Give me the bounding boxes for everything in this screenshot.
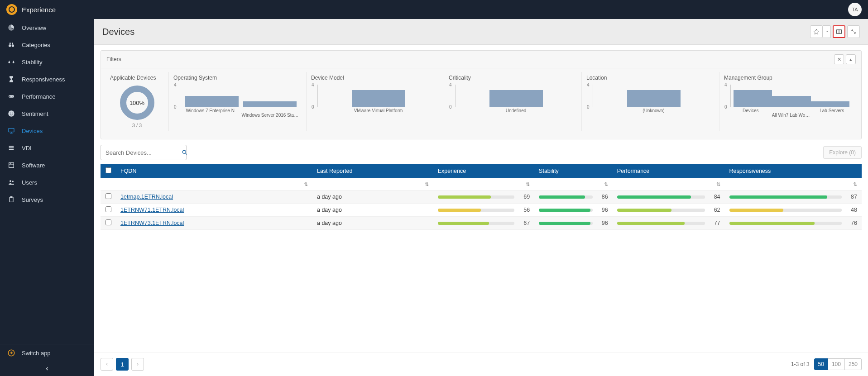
svg-rect-9 [9, 129, 14, 132]
bar-label: Devices [730, 108, 771, 119]
donut-sub: 3 / 3 [132, 123, 142, 128]
svg-line-26 [186, 153, 187, 155]
search-box[interactable] [101, 145, 187, 160]
bar-label: Windows 7 Enterprise N [180, 108, 241, 119]
sidebar-item-vdi[interactable]: VDI [0, 139, 94, 157]
bar[interactable] [772, 96, 810, 107]
column-header[interactable]: Last Reported [312, 164, 433, 178]
sidebar-item-surveys[interactable]: Surveys [0, 191, 94, 208]
main: Devices [94, 19, 868, 376]
select-all-checkbox[interactable] [106, 167, 111, 173]
fqdn-link[interactable]: 1etrnap.1ETRN.local [120, 194, 173, 200]
smile-icon [7, 109, 15, 118]
bar[interactable] [185, 96, 239, 107]
sidebar-item-stability[interactable]: Stability [0, 53, 94, 71]
sidebar-item-devices[interactable]: Devices [0, 122, 94, 139]
sidebar: OverviewCategoriesStabilityResponsivenes… [0, 19, 94, 376]
sort-icon[interactable]: ⇅ [853, 181, 857, 187]
bar[interactable] [489, 90, 543, 107]
sort-cell[interactable]: ⇅ [725, 178, 862, 190]
svg-point-7 [10, 113, 11, 114]
sort-icon[interactable]: ⇅ [304, 181, 308, 187]
filter-card-title: Management Group [724, 75, 852, 81]
filter-card[interactable]: Criticality 4 0 Undefined [444, 72, 582, 131]
binoculars-icon [7, 41, 15, 49]
row-checkbox[interactable] [106, 206, 111, 212]
sidebar-item-users[interactable]: Users [0, 174, 94, 191]
pager-next[interactable] [131, 358, 144, 371]
sidebar-collapse[interactable] [0, 362, 94, 376]
bar-label: Lab Servers [811, 108, 852, 119]
bar-label: Undefined [455, 108, 577, 119]
row-checkbox[interactable] [106, 219, 111, 225]
sort-cell[interactable]: ⇅ [312, 178, 433, 190]
topbar: Experience TA [0, 0, 868, 19]
sort-icon[interactable]: ⇅ [526, 181, 530, 187]
sort-icon[interactable]: ⇅ [604, 181, 608, 187]
svg-rect-12 [9, 146, 14, 147]
bar[interactable] [734, 90, 772, 107]
sidebar-item-categories[interactable]: Categories [0, 36, 94, 53]
page-size-250[interactable]: 250 [845, 358, 862, 370]
sidebar-item-sentiment[interactable]: Sentiment [0, 105, 94, 122]
sort-cell[interactable]: ⇅ [613, 178, 725, 190]
filter-card[interactable]: Operating System 4 0 Windows 7 Enterpris… [169, 72, 307, 131]
page-size-100[interactable]: 100 [828, 358, 845, 370]
app-title: Experience [22, 6, 56, 14]
search-input[interactable] [106, 149, 182, 156]
column-header[interactable]: Responsiveness [725, 164, 862, 178]
svg-point-1 [12, 44, 14, 47]
gamepad-icon [7, 92, 15, 100]
sort-cell[interactable]: ⇅ [534, 178, 613, 190]
column-header[interactable]: FQDN [116, 164, 312, 178]
bar[interactable] [811, 101, 849, 107]
sidebar-item-label: Categories [22, 42, 50, 48]
filter-card[interactable]: Management Group 4 0 DevicesAll Win7 Lab… [719, 72, 857, 131]
switch-app[interactable]: Switch app [0, 344, 94, 362]
columns-button[interactable] [833, 25, 845, 38]
search-icon[interactable] [182, 149, 188, 156]
column-header[interactable]: Experience [433, 164, 534, 178]
fullscreen-button[interactable] [847, 25, 860, 38]
column-header[interactable]: Performance [613, 164, 725, 178]
explore-button[interactable]: Explore (0) [823, 146, 862, 159]
sidebar-item-overview[interactable]: Overview [0, 19, 94, 36]
filters-collapse[interactable]: ▴ [846, 54, 856, 64]
filter-card[interactable]: Device Model 4 0 VMware Virtual Platform [307, 72, 444, 131]
sort-icon[interactable]: ⇅ [716, 181, 720, 187]
fqdn-link[interactable]: 1ETRNW71.1ETRN.local [120, 207, 184, 213]
bar[interactable] [243, 101, 297, 107]
bar[interactable] [352, 90, 405, 107]
fqdn-link[interactable]: 1ETRNW73.1ETRN.local [120, 220, 184, 226]
user-avatar[interactable]: TA [848, 3, 862, 16]
sort-icon[interactable]: ⇅ [425, 181, 429, 187]
sort-cell[interactable]: ⇅ [433, 178, 534, 190]
page-title: Devices [102, 27, 134, 37]
sidebar-item-performance[interactable]: Performance [0, 88, 94, 105]
favorite-dropdown[interactable] [823, 25, 831, 38]
favorite-button[interactable] [810, 25, 823, 38]
row-checkbox[interactable] [106, 193, 111, 199]
filter-applicable-devices[interactable]: Applicable Devices 100% 3 / 3 [106, 72, 169, 131]
sidebar-item-software[interactable]: Software [0, 157, 94, 174]
svg-rect-15 [9, 163, 14, 168]
sidebar-item-label: Overview [22, 24, 46, 31]
table-row: 1ETRNW71.1ETRN.local a day ago 56 96 62 … [101, 204, 862, 217]
sidebar-item-label: Performance [22, 93, 55, 100]
page-header: Devices [94, 19, 868, 45]
sidebar-item-label: Stability [22, 59, 43, 66]
sidebar-item-responsiveness[interactable]: Responsiveness [0, 71, 94, 88]
column-header[interactable]: Stability [534, 164, 613, 178]
pager-page-1[interactable]: 1 [116, 358, 129, 371]
bar-label: VMware Virtual Platform [317, 108, 439, 119]
filter-card[interactable]: Location 4 0 (Unknown) [582, 72, 719, 131]
package-icon [7, 161, 15, 169]
filters-close[interactable]: ✕ [834, 54, 844, 64]
switch-app-label: Switch app [22, 350, 51, 357]
filters-title: Filters [106, 56, 121, 62]
pager-prev[interactable] [101, 358, 113, 371]
bar[interactable] [627, 90, 681, 107]
page-size-50[interactable]: 50 [814, 358, 828, 370]
sort-cell[interactable]: ⇅ [116, 178, 312, 190]
select-all-header[interactable] [101, 164, 116, 178]
